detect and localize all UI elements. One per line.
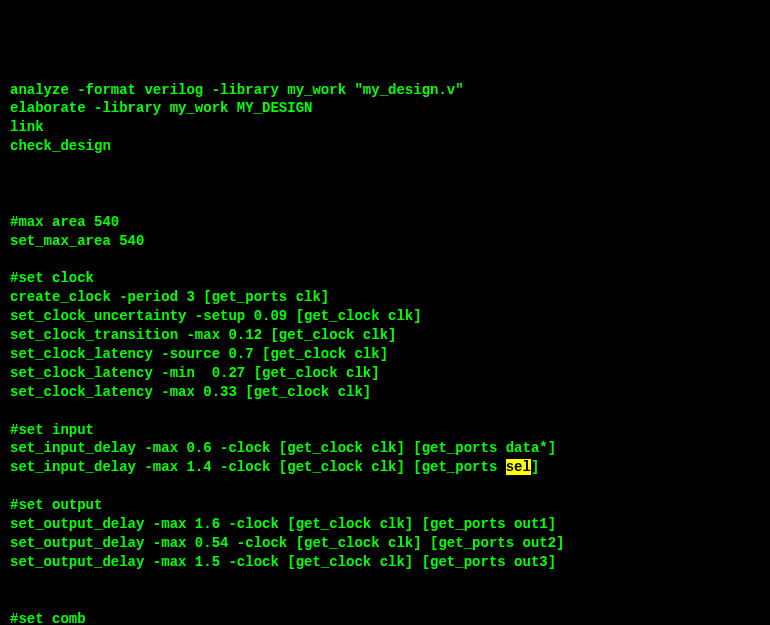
terminal-output: analyze -format verilog -library my_work… <box>10 81 760 625</box>
terminal-line: elaborate -library my_work MY_DESIGN <box>10 99 760 118</box>
terminal-line <box>10 477 760 496</box>
terminal-line <box>10 156 760 175</box>
search-highlight: sel <box>506 459 531 475</box>
terminal-line <box>10 175 760 194</box>
terminal-line <box>10 194 760 213</box>
terminal-line: set_output_delay -max 0.54 -clock [get_c… <box>10 534 760 553</box>
terminal-line: set_input_delay -max 1.4 -clock [get_clo… <box>10 458 760 477</box>
terminal-line: set_clock_transition -max 0.12 [get_cloc… <box>10 326 760 345</box>
terminal-line: #set comb <box>10 610 760 626</box>
terminal-line: link <box>10 118 760 137</box>
terminal-line: analyze -format verilog -library my_work… <box>10 81 760 100</box>
terminal-line: #set output <box>10 496 760 515</box>
terminal-line: set_output_delay -max 1.5 -clock [get_cl… <box>10 553 760 572</box>
terminal-line <box>10 591 760 610</box>
terminal-line: set_clock_latency -min 0.27 [get_clock c… <box>10 364 760 383</box>
terminal-line: set_output_delay -max 1.6 -clock [get_cl… <box>10 515 760 534</box>
terminal-line <box>10 251 760 270</box>
terminal-line: #set clock <box>10 269 760 288</box>
terminal-line <box>10 402 760 421</box>
terminal-line: set_clock_uncertainty -setup 0.09 [get_c… <box>10 307 760 326</box>
terminal-line: set_clock_latency -source 0.7 [get_clock… <box>10 345 760 364</box>
terminal-line <box>10 572 760 591</box>
terminal-line: set_max_area 540 <box>10 232 760 251</box>
terminal-line: create_clock -period 3 [get_ports clk] <box>10 288 760 307</box>
terminal-line: #set input <box>10 421 760 440</box>
terminal-line: check_design <box>10 137 760 156</box>
terminal-line: #max area 540 <box>10 213 760 232</box>
terminal-line: set_input_delay -max 0.6 -clock [get_clo… <box>10 439 760 458</box>
terminal-line: set_clock_latency -max 0.33 [get_clock c… <box>10 383 760 402</box>
